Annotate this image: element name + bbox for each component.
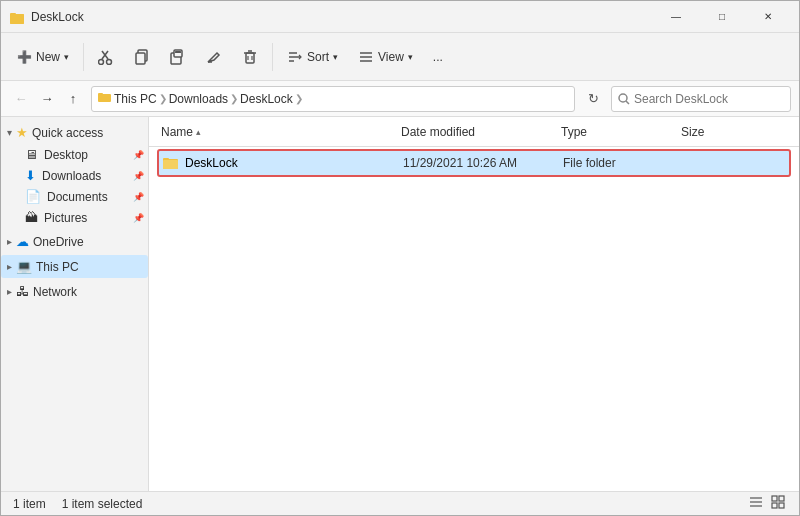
svg-rect-35 [779,496,784,501]
copy-button[interactable] [126,43,158,71]
new-button[interactable]: ➕ New ▾ [9,44,77,70]
table-row[interactable]: DeskLock 11/29/2021 10:26 AM File folder [157,149,791,177]
main-area: ▾ ★ Quick access 🖥 Desktop 📌 ⬇ Downloads… [1,117,799,491]
maximize-button[interactable]: □ [699,1,745,33]
sidebar-section-quickaccess: ▾ ★ Quick access 🖥 Desktop 📌 ⬇ Downloads… [1,121,148,228]
column-date-modified[interactable]: Date modified [397,125,557,139]
network-chevron-icon: ▸ [7,286,12,297]
svg-point-6 [107,59,112,64]
pin-icon-documents: 📌 [133,192,144,202]
file-type: File folder [563,156,616,170]
column-size[interactable]: Size [677,125,757,139]
copy-icon [134,49,150,65]
sort-chevron-icon: ▾ [333,52,338,62]
sidebar-network-header[interactable]: ▸ 🖧 Network [1,280,148,303]
file-name-cell: DeskLock [159,156,399,170]
list-view-button[interactable] [747,493,765,514]
svg-rect-34 [772,496,777,501]
breadcrumb-thispc[interactable]: This PC ❯ [114,92,167,106]
column-type[interactable]: Type [557,125,677,139]
sort-button[interactable]: Sort ▾ [279,43,346,71]
pictures-label: Pictures [44,211,87,225]
minimize-button[interactable]: — [653,1,699,33]
sidebar-item-desktop[interactable]: 🖥 Desktop 📌 [1,144,148,165]
svg-rect-25 [98,93,103,96]
svg-line-27 [626,101,629,104]
view-icon [358,49,374,65]
view-chevron-icon: ▾ [408,52,413,62]
svg-rect-37 [779,503,784,508]
desktop-icon: 🖥 [25,147,38,162]
sidebar-onedrive-header[interactable]: ▸ ☁ OneDrive [1,230,148,253]
sort-icon [287,49,303,65]
svg-rect-36 [772,503,777,508]
svg-point-5 [99,59,104,64]
svg-point-26 [619,94,627,102]
thispc-label: This PC [36,260,79,274]
forward-button[interactable]: → [35,87,59,111]
documents-icon: 📄 [25,189,41,204]
refresh-button[interactable]: ↻ [581,87,605,111]
new-label: New [36,50,60,64]
search-bar[interactable] [611,86,791,112]
sidebar-item-documents[interactable]: 📄 Documents 📌 [1,186,148,207]
folder-icon [163,156,179,170]
breadcrumb[interactable]: This PC ❯ Downloads ❯ DeskLock ❯ [91,86,575,112]
selected-count: 1 item selected [62,497,143,511]
file-date-cell: 11/29/2021 10:26 AM [399,156,559,170]
sidebar-thispc-header[interactable]: ▸ 💻 This PC [1,255,148,278]
star-icon: ★ [16,125,28,140]
desktop-label: Desktop [44,148,88,162]
onedrive-chevron-icon: ▸ [7,236,12,247]
view-button[interactable]: View ▾ [350,43,421,71]
search-input[interactable] [634,92,764,106]
column-name[interactable]: Name ▴ [157,125,397,139]
thispc-chevron-icon: ▸ [7,261,12,272]
toolbar: ➕ New ▾ [1,33,799,81]
pin-icon: 📌 [133,150,144,160]
file-type-cell: File folder [559,156,679,170]
window-title: DeskLock [31,10,653,24]
paste-icon [170,49,186,65]
grid-view-button[interactable] [769,493,787,514]
paste-button[interactable] [162,43,194,71]
breadcrumb-sep-1: ❯ [159,93,167,104]
status-bar: 1 item 1 item selected [1,491,799,515]
file-list: DeskLock 11/29/2021 10:26 AM File folder [149,147,799,491]
list-view-icon [749,495,763,509]
column-headers: Name ▴ Date modified Type Size [149,117,799,147]
breadcrumb-sep-3: ❯ [295,93,303,104]
sidebar-section-onedrive: ▸ ☁ OneDrive [1,230,148,253]
nav-buttons: ← → ↑ [9,87,85,111]
sort-asc-icon: ▴ [196,127,201,137]
breadcrumb-sep-2: ❯ [230,93,238,104]
delete-button[interactable] [234,43,266,71]
toolbar-sep-1 [83,43,84,71]
up-button[interactable]: ↑ [61,87,85,111]
back-button[interactable]: ← [9,87,33,111]
breadcrumb-downloads[interactable]: Downloads ❯ [169,92,238,106]
file-date: 11/29/2021 10:26 AM [403,156,517,170]
sidebar-section-thispc: ▸ 💻 This PC [1,255,148,278]
sidebar: ▾ ★ Quick access 🖥 Desktop 📌 ⬇ Downloads… [1,117,149,491]
title-bar: DeskLock — □ ✕ [1,1,799,33]
more-button[interactable]: ... [425,44,451,70]
grid-view-icon [771,495,785,509]
new-icon: ➕ [17,50,32,64]
explorer-window: DeskLock — □ ✕ ➕ New ▾ [0,0,800,516]
view-label: View [378,50,404,64]
rename-button[interactable] [198,43,230,71]
quickaccess-label: Quick access [32,126,103,140]
onedrive-label: OneDrive [33,235,84,249]
cut-button[interactable] [90,43,122,71]
sidebar-quickaccess-header[interactable]: ▾ ★ Quick access [1,121,148,144]
sidebar-item-downloads[interactable]: ⬇ Downloads 📌 [1,165,148,186]
svg-rect-13 [246,53,254,63]
sidebar-item-pictures[interactable]: 🏔 Pictures 📌 [1,207,148,228]
cut-icon [98,49,114,65]
breadcrumb-desklock[interactable]: DeskLock ❯ [240,92,303,106]
delete-icon [242,49,258,65]
item-count: 1 item [13,497,46,511]
download-icon: ⬇ [25,168,36,183]
close-button[interactable]: ✕ [745,1,791,33]
